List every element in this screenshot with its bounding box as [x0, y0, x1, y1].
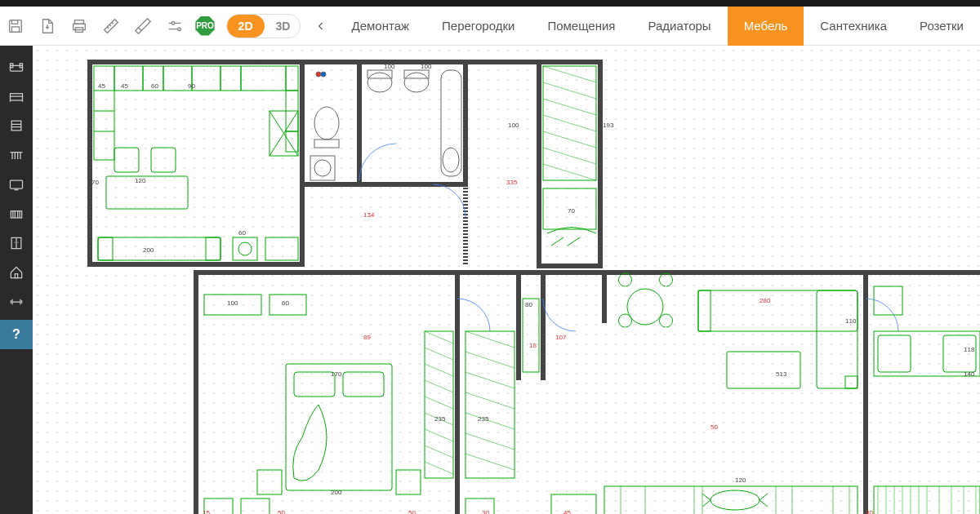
svg-rect-50 — [404, 70, 429, 78]
furniture-sidebar: ? — [0, 46, 33, 514]
svg-text:100: 100 — [227, 299, 238, 307]
svg-text:89: 89 — [363, 334, 371, 341]
svg-text:120: 120 — [735, 476, 746, 484]
svg-text:513: 513 — [776, 370, 787, 378]
svg-text:120: 120 — [135, 177, 146, 184]
tab-sockets[interactable]: Розетки — [903, 7, 980, 46]
svg-text:110: 110 — [845, 317, 857, 325]
prev-tab-button[interactable] — [307, 11, 336, 41]
svg-text:40: 40 — [227, 59, 234, 66]
svg-point-75 — [710, 490, 760, 510]
svg-text:30: 30 — [866, 509, 873, 514]
svg-text:80: 80 — [525, 301, 532, 308]
svg-text:90: 90 — [188, 82, 195, 90]
svg-text:134: 134 — [363, 211, 375, 219]
svg-text:235: 235 — [434, 415, 446, 423]
svg-text:200: 200 — [331, 489, 342, 496]
sidebar-bed[interactable] — [0, 82, 33, 111]
svg-rect-38 — [233, 237, 257, 260]
svg-rect-44 — [314, 140, 339, 148]
export-button[interactable] — [33, 11, 62, 41]
sidebar-crib[interactable] — [0, 199, 33, 228]
svg-rect-69 — [698, 290, 858, 331]
svg-text:50: 50 — [278, 509, 285, 514]
svg-text:45: 45 — [98, 82, 105, 90]
svg-rect-36 — [98, 237, 113, 260]
svg-text:100: 100 — [421, 63, 432, 70]
svg-text:335: 335 — [506, 179, 518, 186]
view-toggle: 2D 3D — [226, 14, 301, 38]
svg-point-47 — [368, 73, 392, 92]
tab-demolition[interactable]: Демонтаж — [336, 7, 426, 46]
svg-point-7 — [178, 27, 181, 30]
svg-rect-79 — [878, 335, 911, 372]
svg-text:60: 60 — [122, 59, 130, 66]
svg-rect-16 — [15, 274, 17, 278]
sidebar-help[interactable]: ? — [0, 320, 33, 349]
svg-point-6 — [172, 21, 175, 24]
svg-text:100: 100 — [508, 122, 519, 129]
svg-text:50: 50 — [408, 509, 416, 514]
svg-text:118: 118 — [964, 346, 975, 353]
svg-point-41 — [316, 72, 321, 77]
svg-rect-57 — [286, 364, 392, 490]
tools-button[interactable] — [129, 11, 158, 41]
measure-button[interactable] — [97, 11, 126, 41]
main-area: ? — [0, 46, 980, 514]
tab-rooms[interactable]: Помещения — [531, 7, 631, 46]
tab-radiators[interactable]: Радиаторы — [631, 7, 727, 46]
svg-text:107: 107 — [555, 334, 567, 341]
settings-button[interactable] — [160, 11, 189, 41]
svg-rect-19 — [359, 62, 466, 184]
svg-text:60: 60 — [282, 299, 289, 307]
floorplan-canvas[interactable]: 45 60 40 60 60 40 90 45 45 60 90 70 120 … — [33, 46, 980, 514]
tab-plumbing[interactable]: Сантехника — [804, 7, 903, 46]
tab-partitions[interactable]: Перегородки — [425, 7, 531, 46]
svg-text:90: 90 — [257, 59, 265, 66]
tab-furniture[interactable]: Мебель — [728, 7, 804, 46]
sidebar-dresser[interactable] — [0, 111, 33, 140]
svg-rect-11 — [11, 94, 23, 100]
svg-rect-26 — [866, 273, 980, 514]
sidebar-tv[interactable] — [0, 170, 33, 199]
view-3d-button[interactable]: 3D — [265, 15, 301, 38]
svg-text:45: 45 — [121, 82, 128, 90]
svg-point-43 — [314, 107, 339, 140]
svg-rect-25 — [196, 273, 866, 514]
svg-rect-48 — [368, 70, 392, 78]
svg-rect-80 — [943, 335, 976, 372]
sidebar-wardrobe[interactable] — [0, 228, 33, 258]
svg-text:193: 193 — [603, 122, 614, 129]
sidebar-table[interactable] — [0, 140, 33, 170]
svg-text:60: 60 — [151, 82, 158, 90]
svg-text:50: 50 — [710, 423, 718, 431]
svg-rect-60 — [257, 470, 282, 494]
svg-rect-34 — [106, 176, 188, 209]
sidebar-house[interactable] — [0, 258, 33, 287]
svg-rect-76 — [551, 494, 596, 514]
pro-badge[interactable]: PRO — [195, 16, 214, 36]
svg-rect-61 — [396, 470, 421, 494]
main-toolbar: PRO 2D 3D Демонтаж Перегородки Помещения… — [0, 7, 980, 46]
svg-rect-78 — [874, 331, 980, 376]
svg-rect-33 — [151, 148, 176, 172]
svg-text:140: 140 — [964, 370, 975, 378]
floorplan-svg: 45 60 40 60 60 40 90 45 45 60 90 70 120 … — [82, 54, 980, 514]
svg-point-49 — [404, 73, 429, 92]
sidebar-gym[interactable] — [0, 287, 33, 317]
print-button[interactable] — [65, 11, 94, 41]
svg-rect-73 — [727, 352, 800, 388]
svg-text:18: 18 — [529, 342, 537, 349]
svg-rect-67 — [466, 498, 494, 514]
svg-text:235: 235 — [478, 415, 489, 423]
sidebar-sofa[interactable] — [0, 52, 33, 82]
svg-text:30: 30 — [482, 509, 489, 514]
svg-point-42 — [321, 72, 326, 77]
category-tabs: Демонтаж Перегородки Помещения Радиаторы… — [336, 7, 980, 46]
view-2d-button[interactable]: 2D — [227, 15, 265, 38]
svg-text:45: 45 — [564, 509, 571, 514]
svg-text:70: 70 — [91, 179, 99, 186]
save-button[interactable] — [2, 11, 30, 41]
svg-point-68 — [627, 289, 663, 325]
svg-text:70: 70 — [568, 207, 575, 215]
